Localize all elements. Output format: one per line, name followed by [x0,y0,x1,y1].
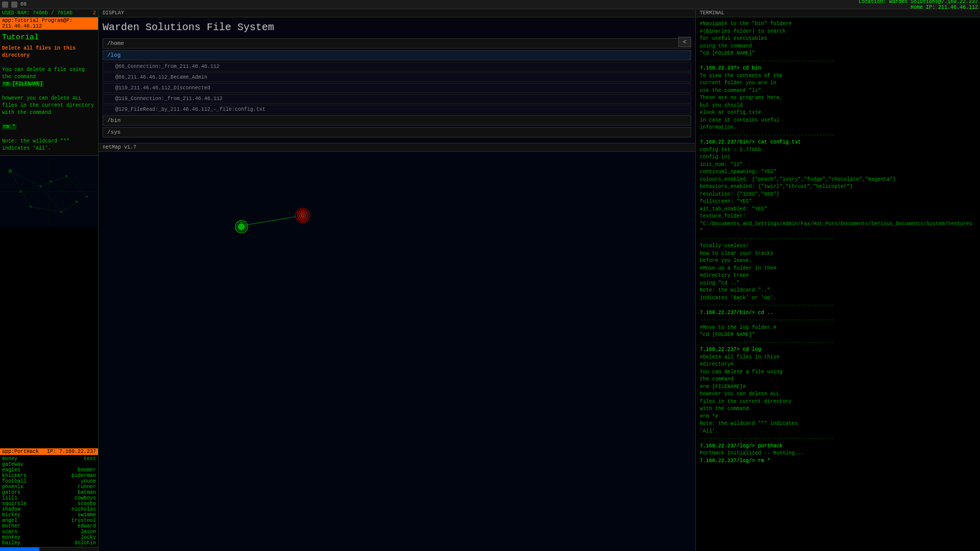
folder-log[interactable]: /log [103,50,691,60]
file-item-3[interactable]: @119_Connection:_from_211.46.46.112 [103,94,691,104]
sys-icon[interactable] [2,2,8,8]
svg-point-16 [9,170,12,173]
terminal-line: ----------------------------------------… [700,132,976,139]
display-label: DISPLAY [103,10,124,16]
file-item-2[interactable]: @119_211.46.46.112_Disconnected [103,83,691,93]
svg-point-23 [50,180,52,182]
app-tutorial-bar[interactable]: app:Tutorial Program@P: 211.46.46.112 [0,17,98,30]
password-left: squirtle [2,501,48,507]
netmap-label: netMap v1.7 [103,145,136,150]
location-text: Location: Warden Solutions@7.160.22.237 [859,0,978,5]
terminal-line: 7.160.22.237/log/> rm * [700,458,976,465]
terminal-line: ----------------------------------------… [700,235,976,243]
terminal-line: continual_spawning: "YES" [700,169,976,176]
terminal-line: 'All'. [700,428,976,436]
svg-point-20 [30,206,32,208]
ram-number: 2 [93,10,96,16]
progress-bar [0,547,39,551]
password-left: monkey [2,535,48,540]
password-left: bailey [2,540,48,546]
settings-icon[interactable] [11,2,17,8]
password-right: cowboys [50,495,96,501]
terminal-line: for useful executables [700,35,976,43]
ram-label: USED RAM: 746mb / 761mb [2,10,72,16]
file-item-1[interactable]: @66_211.46.46.112_Became_Admin [103,73,691,82]
folder-sys[interactable]: /sys [103,127,691,137]
file-item-0[interactable]: @66_Connection:_from_211.46.46.112 [103,62,691,71]
network-svg [0,156,98,227]
terminal-line: Note: the wildcard "*" indicates [700,420,976,428]
fs-title: Warden Solutions File System [103,21,691,33]
password-right: swimme [50,512,96,518]
app-port-bar[interactable]: app:PortHack IP: 7.160.22.237 [0,448,98,455]
left-panel: USED RAM: 746mb / 761mb 2 app:Tutorial P… [0,9,99,551]
terminal-line: init_num: "12" [700,161,976,169]
terminal-line: #rm [FILENAME]# [700,384,976,391]
terminal-line: #Navigate to the "bin" folder# [700,20,976,28]
password-left: lill1 [2,495,48,501]
app-port-label: app:PortHack [2,449,39,454]
terminal-line: using the command [700,43,976,51]
terminal-line: behaviors_enabled: {"twirl","thrust","he… [700,183,976,191]
password-left: scars [2,529,48,535]
tutorial-note: Note: the wildcard "*" indicates 'All'. [2,138,69,151]
terminal-line: These are no programs here, [700,94,976,102]
fs-tree: /home/log@66_Connection:_from_211.46.46.… [103,38,691,137]
terminal-line: #directory tree# [700,272,976,280]
terminal-line: indicates 'Back' or 'Up'. [700,295,976,302]
terminal-line: " [700,228,976,235]
tutorial-highlight: Delete all files in this directory [2,45,76,58]
terminal-line: Totally useless! [700,243,976,250]
tutorial-body1: You can delete a file using the command [2,67,85,80]
terminal-line: the command [700,376,976,384]
password-right: lucky [50,535,96,540]
folder-bin[interactable]: /bin [103,115,691,126]
password-right: runner [50,484,96,490]
password-right: scoobv [50,501,96,507]
password-left: mother [2,523,48,529]
file-system-area: Warden Solutions File System /home/log@6… [99,17,695,143]
ram-bar: USED RAM: 746mb / 761mb 2 [0,9,98,17]
password-right: dolohin [50,540,96,546]
top-bar-right: Location: Warden Solutions@7.160.22.237 … [859,0,978,10]
terminal-line: texture_folder: [700,213,976,221]
main-layout: USED RAM: 746mb / 761mb 2 app:Tutorial P… [0,9,980,551]
netmap-canvas [99,152,695,551]
svg-point-24 [76,201,78,203]
svg-point-29 [238,224,244,230]
password-left: mickey [2,512,48,518]
netmap-svg [99,152,446,254]
top-bar: 60 Location: Warden Solutions@7.160.22.2… [0,0,980,9]
terminal-line: files in the current directory [700,398,976,406]
terminal-content[interactable]: #Navigate to the "bin" folder##(Binaries… [696,17,980,551]
terminal-line: in case it contains useful [700,117,976,125]
terminal-line: 7.160.22.237> cd bin [700,65,976,73]
terminal-line: however you can delete ALL [700,391,976,398]
terminal-line: using "cd .." [700,280,976,288]
password-right: boomer [50,467,96,473]
terminal-line: #rm *# [700,413,976,421]
tutorial-section: Tutorial Delete all files in this direct… [0,30,98,155]
terminal-line: ----------------------------------------… [700,435,976,443]
fs-area-wrapper: Warden Solutions File System /home/log@6… [99,17,695,143]
terminal-line: 7.160.22.237/log/> porthack [700,443,976,450]
terminal-line: ----------------------------------------… [700,339,976,347]
netmap-header: netMap v1.7 [99,143,695,152]
terminal-line: #directory# [700,361,976,369]
password-right: youne [50,478,96,484]
password-right: piderman [50,473,96,478]
password-right: edward [50,523,96,529]
svg-point-22 [19,190,21,193]
file-item-4[interactable]: @129_FileRead:_by_211.46.46.112_-_file:c… [103,105,691,114]
fs-back-button[interactable]: < [678,37,691,47]
password-right [50,462,96,467]
app-port-ip: IP: 7.160.22.237 [47,449,96,454]
progress-bar-container [0,547,98,551]
tutorial-text: Delete all files in this directory You c… [2,45,96,152]
terminal-line: ----------------------------------------… [700,302,976,309]
password-left: football [2,478,48,484]
terminal-header: TERMINAL [696,9,980,17]
password-right: nicholas [50,507,96,512]
folder-home[interactable]: /home [103,38,691,49]
terminal-line: PortHack Initialized -- Running... [700,450,976,458]
